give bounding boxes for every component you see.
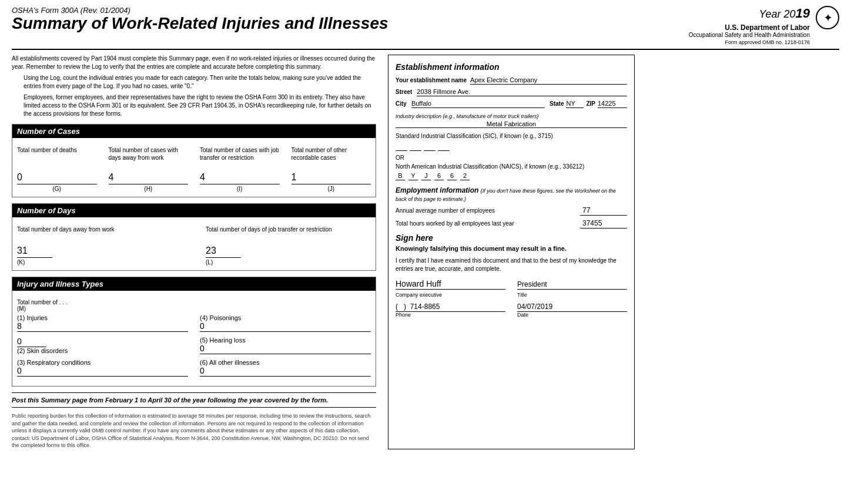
post-notice: Post this Summary page from February 1 t… (12, 392, 376, 408)
naics-section: North American Industrial Classification… (396, 163, 627, 180)
phone-label: Phone (396, 312, 505, 318)
naics-char-1: B (396, 172, 405, 180)
sic-section: Standard Industrial Classification (SIC)… (396, 133, 627, 151)
days-header: Number of Days (12, 204, 376, 217)
injury-row-skin: 0 (2) Skin disorders (17, 337, 188, 354)
city-value: Buffalo (411, 100, 545, 108)
sign-section: Sign here Knowingly falsifying this docu… (396, 233, 627, 318)
sign-label-row: Company executive Title (396, 292, 627, 298)
injury-section: Injury and Illness Types Total number of… (12, 277, 376, 387)
injury-header: Injury and Illness Types (12, 277, 376, 291)
injury-content: Total number of . . . (M) (1) Injuries (12, 294, 376, 386)
day-label-away: Total number of days away from work (17, 226, 182, 243)
sign-phone-value: ( ) 714-8865 (396, 303, 505, 312)
sic-char-3 (424, 142, 435, 151)
day-item-transfer: Total number of days of job transfer or … (206, 226, 371, 266)
case-value-transfer: 4 (200, 172, 280, 184)
injury-grid: (1) Injuries 8 0 (17, 314, 371, 381)
intro-para3: Employees, former employees, and their r… (24, 93, 376, 118)
injury-num-1: (1) Injuries (17, 314, 48, 321)
industry-value: Metal Fabrication (396, 120, 627, 128)
street-value: 2038 Fillmore Ave. (417, 88, 627, 96)
header-right-text: Year 2019 U.S. Department of Labor Occup… (689, 6, 810, 45)
employment-section: Employment information (If you don't hav… (396, 186, 627, 229)
day-value-away: 31 (17, 246, 52, 258)
sign-certify: I certify that I have examined this docu… (396, 257, 627, 273)
injury-label-3: (3) Respiratory conditions (17, 359, 188, 366)
injury-row-hearing: (5) Hearing loss 0 (200, 337, 371, 354)
case-code-transfer: (I) (200, 186, 280, 192)
injury-value-4: 0 (200, 321, 371, 332)
sic-label: Standard Industrial Classification (SIC)… (396, 133, 627, 139)
injury-col-left: (1) Injuries 8 0 (17, 314, 188, 381)
header-right-area: Year 2019 U.S. Department of Labor Occup… (689, 6, 839, 45)
intro-para1: All establishments covered by Part 1904 … (12, 55, 376, 71)
case-label-days-away: Total number of cases with days away fro… (109, 146, 189, 170)
year-line: Year 2019 (759, 6, 810, 21)
sic-char-1 (396, 142, 407, 151)
street-label: Street (396, 89, 412, 95)
days-grid: Total number of days away from work 31 (… (12, 221, 376, 270)
injury-row-injuries: (1) Injuries 8 (17, 314, 188, 332)
injury-label-2: (2) Skin disorders (17, 347, 188, 354)
cases-grid: Total number of deaths 0 (G) Total numbe… (12, 142, 376, 197)
naics-boxes: B Y J 6 6 2 (396, 172, 627, 180)
city-label: City (396, 100, 407, 107)
year-label: Year 20 (759, 8, 795, 20)
naics-char-5: 6 (447, 172, 457, 180)
establishment-title: Establishment information (396, 62, 627, 72)
day-item-away: Total number of days away from work 31 (… (17, 226, 182, 266)
case-label-deaths: Total number of deaths (17, 146, 97, 170)
case-value-other: 1 (292, 172, 371, 184)
sign-warning: Knowingly falsifying this document may r… (396, 245, 627, 252)
page-container: OSHA's Form 300A (Rev. 01/2004) Summary … (0, 0, 851, 455)
dept-sub: Occupational Safety and Health Administr… (689, 32, 810, 38)
injury-value-5: 0 (200, 344, 371, 354)
intro-text: All establishments covered by Part 1904 … (12, 55, 376, 118)
case-label-other: Total number of other recordable cases (292, 146, 371, 170)
form-subtitle: OSHA's Form 300A (Rev. 01/2004) (12, 6, 388, 15)
year-number: 19 (796, 6, 810, 21)
naics-char-4: 6 (434, 172, 444, 180)
zip-label: ZIP (586, 100, 595, 107)
sic-char-4 (438, 142, 450, 151)
case-code-days-away: (H) (109, 186, 189, 192)
case-value-deaths: 0 (17, 172, 97, 184)
company-exec-label: Company executive (396, 292, 505, 298)
city-row: City Buffalo State NY ZIP 14225 (396, 100, 627, 108)
case-label-transfer: Total number of cases with job transfer … (200, 146, 280, 170)
sign-title-value: President (517, 280, 627, 290)
sign-name-value: Howard Huff (396, 279, 505, 290)
zip-value: 14225 (598, 100, 627, 108)
injury-row-respiratory: (3) Respiratory conditions 0 (17, 359, 188, 377)
est-name-value: Apex Electric Company (470, 76, 627, 85)
naics-char-2: Y (408, 172, 418, 180)
case-item-days-away: Total number of cases with days away fro… (109, 146, 189, 192)
header-left: OSHA's Form 300A (Rev. 01/2004) Summary … (12, 6, 388, 33)
est-name-label: Your establishment name (396, 77, 467, 83)
header-section: OSHA's Form 300A (Rev. 01/2004) Summary … (12, 6, 839, 50)
sic-boxes (396, 142, 627, 151)
est-name-row: Your establishment name Apex Electric Co… (396, 76, 627, 85)
cases-header: Number of Cases (12, 125, 376, 138)
injury-total-label: Total number of . . . (M) (17, 299, 371, 312)
date-label: Date (517, 312, 627, 318)
sign-date-value: 04/07/2019 (517, 303, 627, 312)
injury-row-poisonings: (4) Poisonings 0 (200, 314, 371, 332)
omb-text: Form approved OMB no. 1218-0176 (725, 39, 810, 45)
injury-label-6: (6) All other illnesses (200, 359, 371, 366)
industry-label: Industry description (e.g., Manufacture … (396, 113, 539, 119)
state-label: State (550, 100, 564, 107)
total-hours-row: Total hours worked by all employees last… (396, 219, 627, 229)
injury-row-other-illness: (6) All other illnesses 0 (200, 359, 371, 377)
naics-char-6: 2 (460, 172, 470, 180)
injury-value-1: 8 (17, 321, 188, 332)
case-value-days-away: 4 (109, 172, 189, 184)
or-divider: OR (396, 154, 627, 161)
sign-phone-row: ( ) 714-8865 04/07/2019 (396, 303, 627, 312)
footer-text: Public reporting burden for this collect… (12, 412, 376, 449)
osha-logo: ✦ (816, 6, 839, 29)
industry-section: Industry description (e.g., Manufacture … (396, 113, 627, 128)
case-item-transfer: Total number of cases with job transfer … (200, 146, 280, 192)
total-hours-value: 37455 (580, 219, 627, 229)
